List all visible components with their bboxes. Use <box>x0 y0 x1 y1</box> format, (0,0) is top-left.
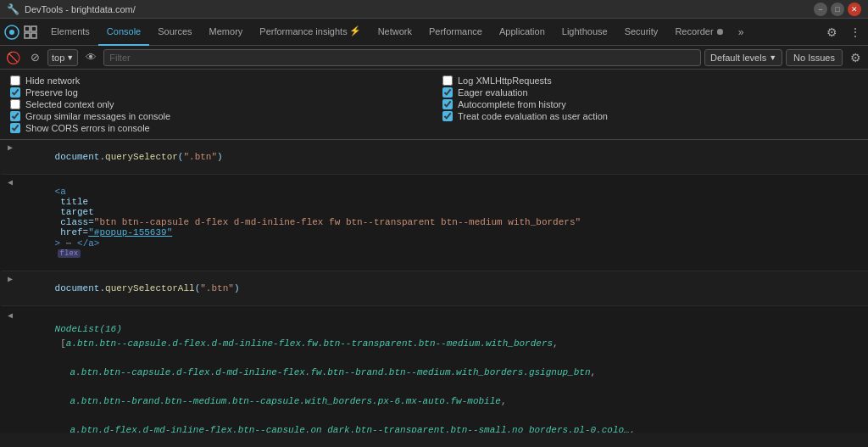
selected-context-label: Selected context only <box>25 99 114 109</box>
filter-input[interactable] <box>103 49 701 66</box>
setting-selected-context: Selected context only <box>10 98 426 110</box>
svg-rect-3 <box>31 26 36 31</box>
title-bar-left: 🔧 DevTools - brightdata.com/ <box>7 3 136 15</box>
setting-eager-eval: Eager evaluation <box>442 87 858 98</box>
tab-performance-insights[interactable]: Performance insights ⚡ <box>251 19 369 46</box>
filter-icon-button[interactable]: ⊘ <box>25 48 44 67</box>
tab-settings-group: ⚙ ⋮ <box>823 24 865 41</box>
no-issues-button[interactable]: No Issues <box>786 49 843 66</box>
context-value: top <box>52 53 64 63</box>
line-4-content: NodeList(16) [a.btn.btn--capsule.d-flex.… <box>18 307 868 433</box>
levels-dropdown-icon: ▼ <box>769 53 776 62</box>
show-cors-checkbox[interactable] <box>10 123 20 133</box>
tab-sources[interactable]: Sources <box>149 19 200 46</box>
console-line-1: ▶ document.querySelector(".btn") <box>0 140 868 175</box>
issues-label: No Issues <box>793 53 835 63</box>
svg-point-1 <box>9 30 14 35</box>
maximize-button[interactable]: □ <box>831 3 844 16</box>
autocomplete-label: Autocomplete from history <box>458 99 566 109</box>
setting-preserve-log: Preserve log <box>10 87 426 98</box>
log-xml-label: Log XMLHttpRequests <box>458 75 552 86</box>
console-line-4: ◀ NodeList(16) [a.btn.btn--capsule.d-fle… <box>0 306 868 433</box>
expand-arrow-2[interactable]: ◀ <box>3 176 18 187</box>
title-bar-text: DevTools - brightdata.com/ <box>25 4 136 14</box>
minimize-button[interactable]: − <box>814 3 827 16</box>
eager-eval-checkbox[interactable] <box>442 87 453 98</box>
line-1-content: document.querySelector(".btn") <box>18 141 868 173</box>
console-line-2: ◀ <a title target class="btn btn--capsul… <box>0 175 868 271</box>
tab-recorder[interactable]: Recorder ⏺ <box>666 19 732 46</box>
title-bar-controls[interactable]: − □ ✕ <box>814 3 861 16</box>
title-bar: 🔧 DevTools - brightdata.com/ − □ ✕ <box>0 0 868 19</box>
settings-right-column: Log XMLHttpRequests Eager evaluation Aut… <box>442 75 858 134</box>
tab-application[interactable]: Application <box>491 19 554 46</box>
eye-button[interactable]: 👁 <box>81 48 100 67</box>
tab-lighthouse[interactable]: Lighthouse <box>554 19 616 46</box>
preserve-log-label: Preserve log <box>25 87 78 98</box>
log-xml-checkbox[interactable] <box>442 75 453 86</box>
settings-left-column: Hide network Preserve log Selected conte… <box>10 75 426 134</box>
svg-rect-4 <box>25 33 30 38</box>
more-options-button[interactable]: ⋮ <box>846 24 865 41</box>
expand-arrow-3[interactable]: ▶ <box>3 272 18 284</box>
setting-hide-network: Hide network <box>10 75 426 87</box>
settings-panel: Hide network Preserve log Selected conte… <box>0 70 868 140</box>
flex-badge: flex <box>58 249 81 258</box>
context-selector[interactable]: top ▼ <box>47 49 78 66</box>
show-cors-label: Show CORS errors in console <box>25 123 150 133</box>
setting-autocomplete: Autocomplete from history <box>442 98 858 110</box>
autocomplete-checkbox[interactable] <box>442 99 453 109</box>
svg-rect-5 <box>31 33 36 38</box>
tabs-bar: Elements Console Sources Memory Performa… <box>0 19 868 46</box>
preserve-log-checkbox[interactable] <box>10 87 20 98</box>
levels-label: Default levels <box>710 53 766 63</box>
treat-code-checkbox[interactable] <box>442 111 453 121</box>
expand-arrow-1[interactable]: ▶ <box>3 141 18 153</box>
tab-network[interactable]: Network <box>370 19 420 46</box>
tab-elements[interactable]: Elements <box>42 19 98 46</box>
group-similar-label: Group similar messages in console <box>25 111 170 121</box>
settings-gear-button[interactable]: ⚙ <box>823 24 841 41</box>
devtools-logo <box>3 24 37 41</box>
expand-arrow-4[interactable]: ◀ <box>3 309 18 321</box>
setting-treat-code: Treat code evaluation as user action <box>442 110 858 122</box>
treat-code-label: Treat code evaluation as user action <box>458 111 608 121</box>
console-line-3: ▶ document.querySelectorAll(".btn") <box>0 271 868 306</box>
eager-eval-label: Eager evaluation <box>458 87 528 98</box>
group-similar-checkbox[interactable] <box>10 111 20 121</box>
selected-context-checkbox[interactable] <box>10 99 20 109</box>
svg-rect-2 <box>25 26 30 31</box>
tab-memory[interactable]: Memory <box>201 19 252 46</box>
more-tabs-button[interactable]: » <box>733 23 749 42</box>
clear-console-button[interactable]: 🚫 <box>3 48 22 67</box>
hide-network-checkbox[interactable] <box>10 75 20 86</box>
devtools-logo-icon <box>3 24 20 41</box>
console-output: ▶ document.querySelector(".btn") ◀ <a ti… <box>0 140 868 433</box>
hide-network-label: Hide network <box>25 75 80 86</box>
setting-group-similar: Group similar messages in console <box>10 110 426 122</box>
line-2-content: <a title target class="btn btn--capsule … <box>18 176 868 270</box>
close-button[interactable]: ✕ <box>848 3 861 16</box>
console-toolbar: 🚫 ⊘ top ▼ 👁 Default levels ▼ No Issues ⚙ <box>0 46 868 70</box>
tab-security[interactable]: Security <box>616 19 667 46</box>
inspector-icon <box>24 25 37 39</box>
setting-show-cors: Show CORS errors in console <box>10 122 426 134</box>
tab-console[interactable]: Console <box>98 19 149 46</box>
line-3-content: document.querySelectorAll(".btn") <box>18 272 868 305</box>
context-dropdown-icon: ▼ <box>66 53 74 62</box>
console-settings-button[interactable]: ⚙ <box>846 48 865 67</box>
devtools-favicon: 🔧 <box>7 3 19 15</box>
tab-performance[interactable]: Performance <box>420 19 491 46</box>
setting-log-xml: Log XMLHttpRequests <box>442 75 858 87</box>
default-levels-button[interactable]: Default levels ▼ <box>704 49 782 66</box>
